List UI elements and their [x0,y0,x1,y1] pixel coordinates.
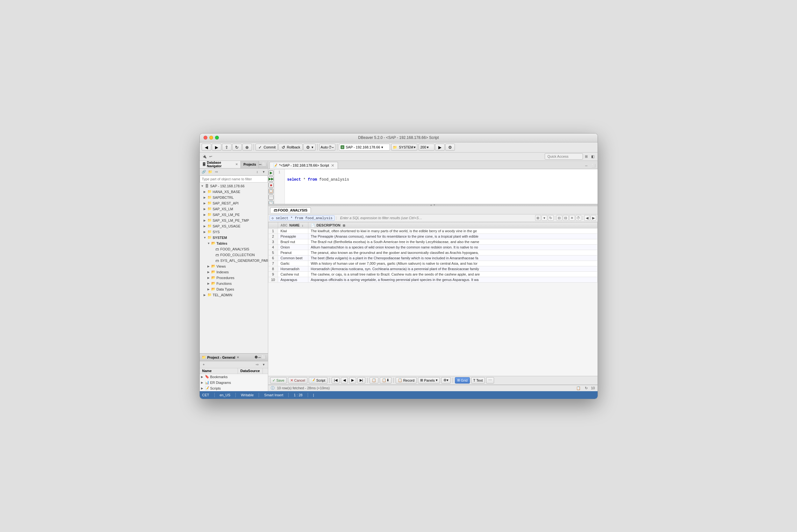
tree-item-datatypes-folder[interactable]: ▶ 📂 Data Types [200,286,268,292]
db-filter-input[interactable] [200,175,268,183]
tree-item-sap-xs-usage[interactable]: ▶ 📁 SAP_XS_USAGE [200,223,268,229]
prev-row-btn[interactable]: ◀ [341,377,348,383]
save-button[interactable]: ✓ Save [270,377,287,383]
nav-prev-btn[interactable]: ◀ [584,215,590,221]
filter-refresh-btn[interactable]: ↻ [548,215,554,221]
tree-item-sap-xs-lm-pe-tmp[interactable]: ▶ 📁 SAP_XS_LM_PE_TMP [200,217,268,223]
connection-dropdown[interactable]: S SAP - 192.168.178.66 ▾ [339,144,390,151]
next-row-btn[interactable]: ▶ [349,377,356,383]
filter-sql-chip[interactable]: ◇ select * from food_analysis [269,215,335,221]
db-nav-close[interactable]: ✕ [235,163,238,166]
cancel-button[interactable]: ✕ Cancel [288,377,307,383]
panels-button[interactable]: ⊞ Panels ▾ [418,377,440,383]
db-menu-btn[interactable]: ▾ [261,169,267,175]
commit-button[interactable]: ✓ Commit [255,144,278,151]
refresh-status-btn[interactable]: ↻ [583,385,589,391]
db-navigator-tab[interactable]: 🗄 Database Navigator ✕ [200,161,241,168]
explain-btn[interactable]: 📋 [268,189,273,194]
results-tab-food-analysis[interactable]: 🗃 FOOD_ANALYSIS [270,207,311,213]
tree-item-tel-admin[interactable]: ▶ 📁 TEL_ADMIN [200,292,268,298]
tree-item-system[interactable]: ▼ 📁 SYSTEM [200,235,268,241]
nav-forward-button[interactable]: ▶ [212,144,221,151]
rollback-button[interactable]: ↺ Rollback [279,144,302,151]
nav-home-button[interactable]: ⇧ [222,144,232,151]
disconnect-button[interactable]: ↩ [208,154,214,159]
copy-btn[interactable]: 📋 [369,377,378,383]
copy-status-btn[interactable]: 📋 [575,385,581,391]
nav-bookmark-button[interactable]: ⊕ [242,144,252,151]
nav-next-btn[interactable]: ▶ [591,215,596,221]
last-row-btn[interactable]: ▶| [357,377,365,383]
grid-button[interactable]: ⊞ Grid [455,377,470,383]
project-nav-btn[interactable]: ⇨ [254,362,260,367]
table-row[interactable]: 10 Asparagus Asparagus officinalis is a … [268,277,597,282]
db-new-btn[interactable]: 📁 [207,169,213,175]
run-script-btn[interactable]: ▶▶ [268,176,273,182]
tx-settings-button[interactable]: ⚙ ▾ [303,144,316,151]
project-minimize-btn[interactable]: ─ [258,356,261,359]
panel-btn-1[interactable]: ⊞ [584,154,589,159]
tree-item-sap-connection[interactable]: ▼ 🗄 SAP - 192.168.178.66 [200,183,268,189]
tree-item-views-folder[interactable]: ▶ 📂 Views [200,263,268,269]
record-button[interactable]: 📋 Record [396,377,417,383]
project-menu-btn[interactable]: ▾ [261,362,267,367]
tree-item-tables-folder[interactable]: ▼ 📂 Tables [200,241,268,246]
project-item-er-diagrams[interactable]: ▶ 📊 ER Diagrams [200,380,268,385]
name-column-header[interactable]: ABC NAME ↕ [278,222,308,228]
table-row[interactable]: 1 Kiwi The kiwifruit, often shortened to… [268,228,597,233]
projects-tab[interactable]: Projects [241,161,259,168]
execute-button[interactable]: ▶ [435,144,445,151]
sql-editor-content[interactable]: select * from food_analysis [285,169,597,204]
db-filter-btn[interactable]: ⇨ [214,169,220,175]
project-item-bookmarks[interactable]: ▶ 🔖 Bookmarks [200,374,268,380]
panel-btn-2[interactable]: ◧ [590,154,596,159]
minimize-button[interactable] [209,136,213,139]
auto-commit-dropdown[interactable]: Auto ⏱▾ [319,144,336,151]
table-row[interactable]: 5 Peanut The peanut, also known as the g… [268,250,597,255]
connect-button[interactable]: 🔌 [202,154,207,159]
project-item-scripts[interactable]: ▶ 📝 Scripts [200,385,268,391]
text-button[interactable]: T Text [471,377,485,383]
tree-item-food-collection[interactable]: 🗃 FOOD_COLLECTION [200,252,268,258]
schema-dropdown[interactable]: 📁 SYSTEM ▾ [391,144,417,151]
filter-btn-2[interactable]: ⊟ [563,215,569,221]
project-settings-btn[interactable]: ⚙ [254,355,258,359]
maximize-button[interactable] [215,136,219,139]
editor-tab-script[interactable]: 📝 *<SAP - 192.168.178.66> Script ✕ [269,162,338,169]
filter-dropdown-btn[interactable]: ▾ [542,215,547,221]
tree-item-functions-folder[interactable]: ▶ 📂 Functions [200,281,268,286]
filter-btn-1[interactable]: ⊟ [556,215,562,221]
description-column-header[interactable]: 📄 DESCRIPTION ⊟ [308,222,597,228]
tree-item-sap-xs-lm[interactable]: ▶ 📁 SAP_XS_LM [200,206,268,212]
table-row[interactable]: 8 Horseradish Horseradish (Armoracia rus… [268,266,597,271]
script-button[interactable]: 📝 Script [309,377,327,383]
results-filter-input[interactable] [338,215,534,221]
tree-item-sapdbctrl[interactable]: ▶ 📁 SAPDBCTRL [200,195,268,201]
tree-item-sap-xs-lm-pe[interactable]: ▶ 📁 SAP_XS_LM_PE [200,212,268,217]
tab-max-btn[interactable]: ⬜ [591,163,596,169]
more-button[interactable]: ⚙ [445,144,455,151]
project-maximize-btn[interactable]: ⬜ [262,355,266,359]
limit-dropdown[interactable]: 200 ▾ [419,144,435,151]
table-row[interactable]: 7 Garlic With a history of human use of … [268,261,597,266]
run-btn[interactable]: ▶ [268,170,273,175]
db-connect-btn[interactable]: 🔗 [201,169,207,175]
tree-item-sys[interactable]: ▶ 📁 SYS [200,229,268,235]
filter-btn-3[interactable]: ⏱ [575,215,581,221]
tree-item-hana[interactable]: ▶ 📁 HANA_XS_BASE [200,189,268,195]
minimize-panel-btn[interactable]: ─ [259,163,262,166]
tab-min-btn[interactable]: ─ [584,163,589,169]
filter-apply-btn[interactable]: ⊞ [535,215,541,221]
project-new-btn[interactable]: + [201,362,207,367]
editor-tab-close[interactable]: ✕ [331,163,335,168]
project-close[interactable]: ✕ [237,356,239,359]
stop-btn[interactable]: ■ [268,183,273,188]
table-row[interactable]: 2 Pineapple The Pineapple (Ananas comosu… [268,233,597,239]
settings-btn-results[interactable]: ⚙▾ [441,377,451,383]
filter-clear-btn[interactable]: ✕ [569,215,575,221]
nav-refresh-button[interactable]: ↻ [232,144,242,151]
table-row[interactable]: 4 Onion Allium haematochiton is a specie… [268,244,597,250]
extra-btn[interactable]: ⋯ [486,377,494,383]
db-collapse-btn[interactable]: ↕ [254,169,260,175]
tree-item-food-analysis[interactable]: 🗃 FOOD_ANALYSIS [200,246,268,252]
